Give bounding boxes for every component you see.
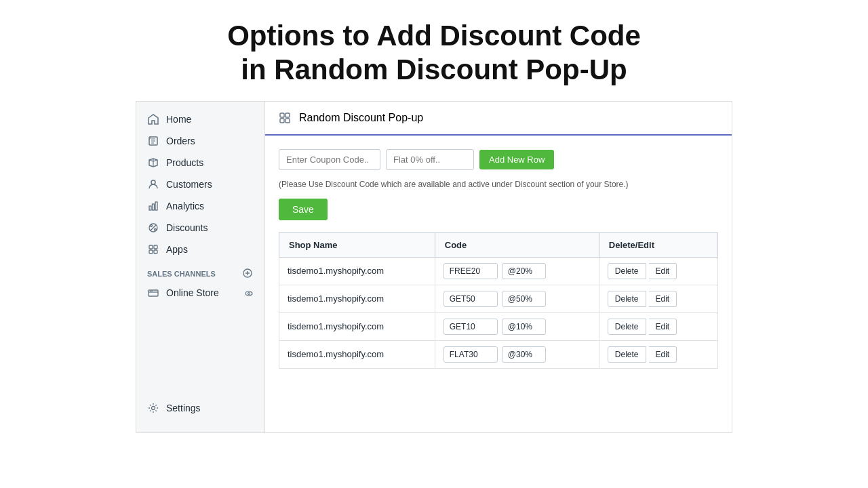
discount-table: Shop Name Code Delete/Edit tisdemo1.mysh…: [279, 232, 718, 369]
sidebar-item-apps-label: Apps: [166, 244, 188, 255]
col-delete-edit: Delete/Edit: [599, 232, 717, 257]
flat-discount-input[interactable]: [386, 149, 474, 170]
sidebar-item-orders[interactable]: Orders: [136, 130, 264, 152]
svg-rect-10: [154, 250, 157, 253]
content-body: Add New Row (Please Use Discount Code wh…: [265, 136, 732, 382]
svg-point-17: [152, 406, 155, 409]
sales-channels-section: SALES CHANNELS: [136, 260, 264, 282]
analytics-icon: [147, 200, 159, 212]
svg-rect-19: [285, 113, 290, 117]
percent-input[interactable]: [502, 291, 546, 307]
sidebar-nav: Home Orders: [136, 108, 264, 397]
code-input[interactable]: [443, 291, 498, 307]
svg-rect-2: [149, 206, 151, 210]
svg-rect-8: [154, 245, 157, 249]
percent-input[interactable]: [502, 346, 546, 363]
cell-actions: DeleteEdit: [599, 285, 717, 312]
settings-label: Settings: [166, 403, 201, 413]
svg-rect-9: [149, 250, 153, 253]
cell-code: [435, 340, 599, 368]
table-row: tisdemo1.myshopify.comDeleteEdit: [279, 257, 718, 285]
svg-rect-7: [149, 245, 153, 249]
page-title: Options to Add Discount Code in Random D…: [0, 0, 868, 101]
delete-button[interactable]: Delete: [608, 291, 646, 307]
save-button[interactable]: Save: [279, 199, 328, 220]
sidebar-item-customers[interactable]: Customers: [136, 174, 264, 195]
sidebar-item-orders-label: Orders: [166, 136, 195, 146]
col-code: Code: [435, 232, 599, 257]
edit-button[interactable]: Edit: [649, 263, 677, 279]
sidebar: Home Orders: [136, 102, 265, 432]
edit-button[interactable]: Edit: [649, 346, 677, 363]
add-new-row-button[interactable]: Add New Row: [479, 150, 554, 169]
sidebar-item-apps[interactable]: Apps: [136, 239, 264, 260]
code-input[interactable]: [443, 346, 498, 363]
cell-shop-name: tisdemo1.myshopify.com: [279, 257, 435, 285]
cell-actions: DeleteEdit: [599, 340, 717, 368]
coupon-code-input[interactable]: [279, 149, 380, 170]
discounts-icon: [147, 222, 159, 234]
cell-shop-name: tisdemo1.myshopify.com: [279, 285, 435, 312]
svg-point-14: [151, 291, 152, 291]
svg-point-13: [150, 291, 151, 291]
edit-button[interactable]: Edit: [649, 319, 677, 335]
table-row: tisdemo1.myshopify.comDeleteEdit: [279, 312, 718, 340]
cell-shop-name: tisdemo1.myshopify.com: [279, 340, 435, 368]
code-input[interactable]: [443, 319, 498, 335]
sales-channels-label: SALES CHANNELS: [147, 270, 216, 278]
delete-button[interactable]: Delete: [608, 263, 646, 279]
percent-input[interactable]: [502, 319, 546, 335]
code-input[interactable]: [443, 263, 498, 279]
table-header-row: Shop Name Code Delete/Edit: [279, 232, 718, 257]
home-icon: [147, 113, 159, 125]
sidebar-item-customers-label: Customers: [166, 179, 212, 190]
add-row-section: Add New Row: [279, 149, 718, 170]
table-header: Shop Name Code Delete/Edit: [279, 232, 718, 257]
sidebar-item-discounts[interactable]: Discounts: [136, 217, 264, 239]
products-icon: [147, 157, 159, 169]
sidebar-item-products[interactable]: Products: [136, 152, 264, 174]
sidebar-item-home[interactable]: Home: [136, 108, 264, 130]
table-row: tisdemo1.myshopify.comDeleteEdit: [279, 285, 718, 312]
cell-shop-name: tisdemo1.myshopify.com: [279, 312, 435, 340]
notice-text: (Please Use Discount Code which are avai…: [279, 180, 718, 189]
svg-rect-4: [155, 202, 157, 210]
svg-point-1: [151, 180, 155, 184]
col-shop-name: Shop Name: [279, 232, 435, 257]
sidebar-item-home-label: Home: [166, 114, 191, 125]
sidebar-item-analytics-label: Analytics: [166, 201, 204, 211]
delete-button[interactable]: Delete: [608, 319, 646, 335]
svg-rect-20: [280, 119, 284, 123]
table-row: tisdemo1.myshopify.comDeleteEdit: [279, 340, 718, 368]
main-layout: Home Orders: [136, 101, 732, 433]
online-store-icon: [147, 287, 159, 299]
sidebar-item-online-store[interactable]: Online Store: [136, 282, 264, 304]
cell-code: [435, 312, 599, 340]
orders-icon: [147, 135, 159, 147]
svg-point-15: [245, 291, 252, 296]
cell-actions: DeleteEdit: [599, 257, 717, 285]
delete-button[interactable]: Delete: [608, 346, 646, 363]
online-store-label: Online Store: [166, 287, 219, 298]
cell-code: [435, 285, 599, 312]
customers-icon: [147, 178, 159, 190]
apps-icon: [147, 243, 159, 256]
table-body: tisdemo1.myshopify.comDeleteEdittisdemo1…: [279, 257, 718, 368]
sidebar-item-discounts-label: Discounts: [166, 222, 208, 233]
sidebar-bottom: Settings: [136, 397, 264, 426]
svg-point-16: [248, 292, 250, 294]
percent-input[interactable]: [502, 263, 546, 279]
online-store-eye-icon: [244, 287, 254, 298]
sidebar-item-settings[interactable]: Settings: [136, 397, 264, 419]
sidebar-item-products-label: Products: [166, 157, 203, 168]
content-header: Random Discount Pop-up: [265, 102, 732, 136]
svg-rect-18: [280, 113, 284, 117]
cell-actions: DeleteEdit: [599, 312, 717, 340]
content-header-title: Random Discount Pop-up: [299, 112, 423, 124]
sidebar-item-analytics[interactable]: Analytics: [136, 195, 264, 217]
svg-rect-21: [285, 119, 290, 123]
content-header-icon: [279, 111, 292, 125]
add-sales-channel-icon[interactable]: [243, 268, 254, 279]
edit-button[interactable]: Edit: [649, 291, 677, 307]
main-content: Random Discount Pop-up Add New Row (Plea…: [265, 102, 732, 432]
